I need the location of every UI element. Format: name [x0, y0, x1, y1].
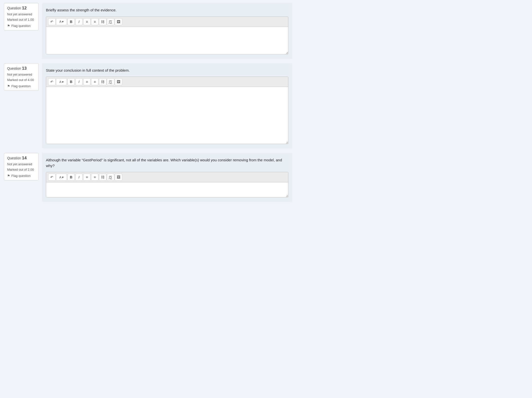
font-label-13: A — [59, 80, 61, 84]
image-btn-12[interactable]: 🖼 — [115, 18, 122, 25]
font-arrow-13: ▾ — [62, 80, 64, 84]
question-sidebar-14: Question 14 Not yet answered Marked out … — [4, 153, 39, 180]
ul-btn-14[interactable]: ≡ — [83, 174, 91, 181]
flag-label-12: Flag question — [11, 24, 31, 28]
editor-toolbar-14: ↶ A ▾ B I ≡ ≡ ⛓ ∫∑ 🖼 — [46, 172, 288, 182]
question-row-14: Question 14 Not yet answered Marked out … — [4, 153, 292, 202]
link-btn-13[interactable]: ⛓ — [99, 78, 106, 85]
page-wrapper: Question 12 Not yet answered Marked out … — [0, 0, 296, 205]
ul-btn-12[interactable]: ≡ — [83, 18, 91, 25]
image-btn-14[interactable]: 🖼 — [115, 174, 122, 181]
editor-container-14: ↶ A ▾ B I ≡ ≡ ⛓ ∫∑ 🖼 — [46, 172, 288, 197]
link-btn-14[interactable]: ⛓ — [99, 174, 106, 181]
question-status-14: Not yet answered — [7, 162, 35, 167]
question-sidebar-12: Question 12 Not yet answered Marked out … — [4, 3, 39, 30]
italic-btn-13[interactable]: I — [75, 78, 83, 85]
font-select-14[interactable]: A ▾ — [56, 174, 67, 181]
question-status-13: Not yet answered — [7, 72, 35, 77]
ol-btn-13[interactable]: ≡ — [91, 78, 99, 85]
question-mark-12: Marked out of 1.00 — [7, 18, 35, 22]
flag-question-12[interactable]: ⚑ Flag question — [7, 24, 35, 28]
flag-icon-13: ⚑ — [7, 84, 10, 88]
flag-label-13: Flag question — [11, 84, 31, 88]
answer-textarea-13[interactable] — [46, 87, 288, 144]
flag-question-14[interactable]: ⚑ Flag question — [7, 174, 35, 178]
bold-btn-12[interactable]: B — [67, 18, 75, 25]
ul-btn-13[interactable]: ≡ — [83, 78, 91, 85]
font-arrow-12: ▾ — [62, 20, 64, 23]
flag-icon-12: ⚑ — [7, 24, 10, 28]
bold-btn-14[interactable]: B — [67, 174, 75, 181]
answer-textarea-12[interactable] — [46, 27, 288, 54]
question-text-14: Although the variable “GestPeriod” is si… — [46, 157, 288, 168]
font-label-12: A — [59, 20, 61, 23]
italic-btn-12[interactable]: I — [75, 18, 83, 25]
flag-question-13[interactable]: ⚑ Flag question — [7, 84, 35, 88]
question-mark-14: Marked out of 2.00 — [7, 168, 35, 172]
ol-btn-14[interactable]: ≡ — [91, 174, 99, 181]
equation-btn-14[interactable]: ∫∑ — [107, 174, 114, 181]
undo-btn-12[interactable]: ↶ — [48, 18, 56, 25]
equation-btn-13[interactable]: ∫∑ — [107, 78, 114, 85]
question-main-14: Although the variable “GestPeriod” is si… — [42, 153, 292, 202]
bold-btn-13[interactable]: B — [67, 78, 75, 85]
editor-toolbar-12: ↶ A ▾ B I ≡ ≡ ⛓ ∫∑ 🖼 — [46, 17, 288, 27]
italic-btn-14[interactable]: I — [75, 174, 83, 181]
question-text-12: Briefly assess the strength of the evide… — [46, 7, 288, 13]
question-main-13: State your conclusion in full context of… — [42, 63, 292, 149]
font-arrow-14: ▾ — [62, 175, 64, 179]
question-number-14: Question 14 — [7, 156, 35, 161]
answer-textarea-14[interactable] — [46, 182, 288, 197]
question-number-label-12: 12 — [22, 6, 27, 10]
equation-btn-12[interactable]: ∫∑ — [107, 18, 114, 25]
link-btn-12[interactable]: ⛓ — [99, 18, 106, 25]
undo-btn-14[interactable]: ↶ — [48, 174, 56, 181]
question-status-12: Not yet answered — [7, 12, 35, 17]
question-text-13: State your conclusion in full context of… — [46, 68, 288, 73]
editor-container-12: ↶ A ▾ B I ≡ ≡ ⛓ ∫∑ 🖼 — [46, 17, 288, 54]
question-main-12: Briefly assess the strength of the evide… — [42, 3, 292, 59]
question-row-12: Question 12 Not yet answered Marked out … — [4, 3, 292, 59]
font-label-14: A — [59, 175, 61, 179]
flag-label-14: Flag question — [11, 174, 31, 178]
question-sidebar-13: Question 13 Not yet answered Marked out … — [4, 63, 39, 91]
question-number-label-13: 13 — [22, 66, 27, 71]
question-mark-13: Marked out of 4.00 — [7, 78, 35, 82]
font-select-12[interactable]: A ▾ — [56, 18, 67, 25]
editor-container-13: ↶ A ▾ B I ≡ ≡ ⛓ ∫∑ 🖼 — [46, 77, 288, 144]
undo-btn-13[interactable]: ↶ — [48, 78, 56, 85]
image-btn-13[interactable]: 🖼 — [115, 78, 122, 85]
flag-icon-14: ⚑ — [7, 174, 10, 178]
font-select-13[interactable]: A ▾ — [56, 78, 67, 85]
question-row-13: Question 13 Not yet answered Marked out … — [4, 63, 292, 149]
question-number-12: Question 12 — [7, 6, 35, 11]
editor-toolbar-13: ↶ A ▾ B I ≡ ≡ ⛓ ∫∑ 🖼 — [46, 77, 288, 87]
question-number-13: Question 13 — [7, 66, 35, 71]
ol-btn-12[interactable]: ≡ — [91, 18, 99, 25]
question-number-label-14: 14 — [22, 156, 27, 160]
